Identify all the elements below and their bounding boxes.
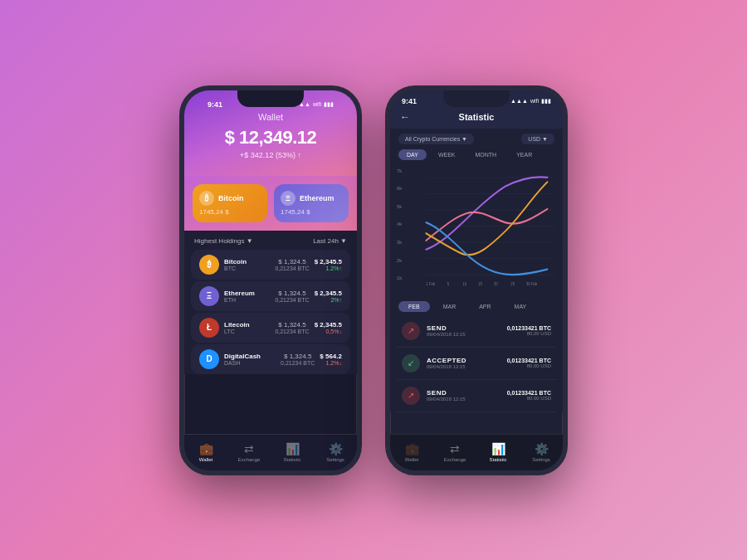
wallet-nav-icon: 💼 xyxy=(199,442,213,455)
ltc-sub2: 0,21234 BTC xyxy=(275,329,309,334)
svg-text:20: 20 xyxy=(494,281,498,286)
btc-info: Bitcoin BTC xyxy=(224,258,270,271)
phone-wallet: 9:41 ▲▲▲ wifi ▮▮▮ Wallet $ 12,349.12 +$ … xyxy=(179,85,362,475)
wallet2-nav-label: Wallet xyxy=(405,457,418,462)
nav-statistic[interactable]: 📊 Statistic xyxy=(271,435,314,470)
nav2-wallet[interactable]: 💼 Wallet xyxy=(390,435,433,470)
notch2 xyxy=(443,90,510,107)
ltc-icon: Ł xyxy=(199,318,219,338)
ethereum-card[interactable]: Ξ Ethereum 1745,24 $ xyxy=(274,184,349,222)
status-icons2: ▲▲▲ wifi ▮▮▮ xyxy=(510,98,551,105)
crypto-cards: ₿ Bitcoin 1745,24 $ Ξ Ethereum 1745,24 $ xyxy=(184,176,357,231)
eth-value: $ 2,345.5 xyxy=(315,290,342,297)
ethereum-value: 1745,24 $ xyxy=(281,208,342,216)
exchange-nav-label: Exchange xyxy=(238,457,261,462)
bitcoin-card-header: ₿ Bitcoin xyxy=(199,191,261,206)
svg-text:30 Feb: 30 Feb xyxy=(526,281,537,286)
tx-info-2: ACCEPTED 09/04/2018 12:15 xyxy=(427,357,500,369)
tx-amount-3: 0,01233421 BTC 80,00 USD xyxy=(507,390,551,401)
tx-send-2[interactable]: ↗ SEND 09/04/2018 12:15 0,01233421 BTC 8… xyxy=(397,380,556,412)
dash-change: 1.2%↓ xyxy=(320,360,342,366)
month-feb[interactable]: FEB xyxy=(398,301,430,312)
tx-btc-2: 0,01233421 BTC xyxy=(507,358,551,363)
y-label-7k: 7k xyxy=(397,168,402,173)
nav-wallet[interactable]: 💼 Wallet xyxy=(184,435,227,470)
statistic2-nav-icon: 📊 xyxy=(491,442,505,455)
wallet-bottom-nav: 💼 Wallet ⇄ Exchange 📊 Statistic ⚙️ Setti… xyxy=(184,434,357,470)
btc-value: $ 2,345.5 xyxy=(315,258,342,265)
dash-mid: $ 1,324.5 0,21234 BTC xyxy=(281,353,315,366)
bitcoin-value: 1745,24 $ xyxy=(199,208,261,216)
tx-accept-1[interactable]: ↙ ACCEPTED 09/04/2018 12:15 0,01233421 B… xyxy=(397,348,556,380)
month-mar[interactable]: MAR xyxy=(433,301,466,312)
dash-name: DigitalCash xyxy=(224,353,276,360)
status-time: 9:41 xyxy=(208,100,222,109)
holding-bitcoin[interactable]: ₿ Bitcoin BTC $ 1,324.5 0,21234 BTC $ 2,… xyxy=(191,250,350,280)
dash-sub2: 0,21234 BTC xyxy=(281,360,315,366)
phones-container: 9:41 ▲▲▲ wifi ▮▮▮ Wallet $ 12,349.12 +$ … xyxy=(179,85,568,475)
stat-header: ← Statistic xyxy=(390,109,563,129)
back-button[interactable]: ← xyxy=(400,111,410,123)
y-label-2k: 2k xyxy=(397,258,402,263)
eth-name: Ethereum xyxy=(224,290,270,297)
currency-filter[interactable]: All Crypto Currencies ▼ xyxy=(398,134,474,144)
section-header: Highest Holdings ▼ Last 24h ▼ xyxy=(184,231,357,248)
holding-litecoin[interactable]: Ł Litecoin LTC $ 1,324.5 0,21234 BTC $ 2… xyxy=(191,313,350,343)
settings2-nav-icon: ⚙️ xyxy=(535,442,549,455)
tx-amount-1: 0,01233421 BTC 80,00 USD xyxy=(507,325,551,336)
time-filter[interactable]: Last 24h ▼ xyxy=(313,237,347,245)
transaction-list: ↗ SEND 09/04/2018 12:15 0,01233421 BTC 8… xyxy=(390,315,563,412)
filter-row: All Crypto Currencies ▼ USD ▼ xyxy=(390,129,563,149)
ltc-mid: $ 1,324.5 0,21234 BTC xyxy=(275,321,309,334)
exchange2-nav-icon: ⇄ xyxy=(450,442,460,455)
ltc-values: $ 2,345.5 0,5%↓ xyxy=(315,321,342,334)
eth-sub: ETH xyxy=(224,297,270,303)
nav2-statistic[interactable]: 📊 Statistic xyxy=(476,435,520,470)
tx-date-2: 09/04/2018 12:15 xyxy=(427,364,500,369)
battery-icon2: ▮▮▮ xyxy=(541,98,551,105)
ethereum-card-header: Ξ Ethereum xyxy=(281,191,342,206)
tx-info-1: SEND 09/04/2018 12:15 xyxy=(427,324,500,337)
stat-bottom-nav: 💼 Wallet ⇄ Exchange 📊 Statistic ⚙️ Setti… xyxy=(390,434,563,470)
nav-exchange[interactable]: ⇄ Exchange xyxy=(227,435,271,470)
bitcoin-name: Bitcoin xyxy=(218,194,244,202)
ltc-sub: LTC xyxy=(224,329,270,334)
tx-send-1[interactable]: ↗ SEND 09/04/2018 12:15 0,01233421 BTC 8… xyxy=(397,315,556,348)
month-apr[interactable]: APR xyxy=(469,301,500,312)
signal-icon2: ▲▲▲ xyxy=(510,98,528,104)
holding-dash[interactable]: D DigitalCash DASH $ 1,324.5 0,21234 BTC… xyxy=(191,344,350,374)
period-tabs: DAY WEEK MONTH YEAR xyxy=(390,149,563,165)
battery-icon: ▮▮▮ xyxy=(324,101,334,108)
period-week[interactable]: WEEK xyxy=(430,149,464,160)
btc-change: 1.2%↑ xyxy=(315,265,342,271)
nav2-exchange[interactable]: ⇄ Exchange xyxy=(433,435,476,470)
tx-usd-2: 80,00 USD xyxy=(507,363,551,368)
nav-settings[interactable]: ⚙️ Settings xyxy=(314,435,357,470)
nav2-settings[interactable]: ⚙️ Settings xyxy=(520,435,563,470)
ltc-price: $ 1,324.5 xyxy=(275,321,309,329)
month-may[interactable]: MAY xyxy=(505,301,537,312)
notch xyxy=(237,90,304,107)
settings-nav-icon: ⚙️ xyxy=(329,442,343,455)
wallet-balance: $ 12,349.12 xyxy=(196,127,345,149)
usd-filter[interactable]: USD ▼ xyxy=(521,134,554,144)
y-label-1k: 1k xyxy=(397,275,402,280)
wifi-icon2: wifi xyxy=(530,98,539,104)
chart-y-labels: 7k 6k 5k 4k 3k 2k 1k xyxy=(397,168,402,281)
dash-info: DigitalCash DASH xyxy=(224,353,276,366)
tx-btc-1: 0,01233421 BTC xyxy=(507,325,551,331)
bitcoin-card[interactable]: ₿ Bitcoin 1745,24 $ xyxy=(193,184,267,222)
y-label-4k: 4k xyxy=(397,222,402,226)
period-year[interactable]: YEAR xyxy=(508,149,540,160)
holding-ethereum[interactable]: Ξ Ethereum ETH $ 1,324.5 0,21234 BTC $ 2… xyxy=(191,281,350,311)
statistic2-nav-label: Statistic xyxy=(489,457,506,462)
ltc-info: Litecoin LTC xyxy=(224,321,270,334)
btc-mid: $ 1,324.5 0,21234 BTC xyxy=(275,258,309,271)
dash-price: $ 1,324.5 xyxy=(281,353,315,360)
period-day[interactable]: DAY xyxy=(398,149,427,160)
period-month[interactable]: MONTH xyxy=(467,149,505,160)
dash-value: $ 564.2 xyxy=(320,353,342,360)
holdings-filter[interactable]: Highest Holdings ▼ xyxy=(194,237,253,245)
wallet-nav-label: Wallet xyxy=(199,457,212,462)
svg-text:10: 10 xyxy=(463,281,467,286)
